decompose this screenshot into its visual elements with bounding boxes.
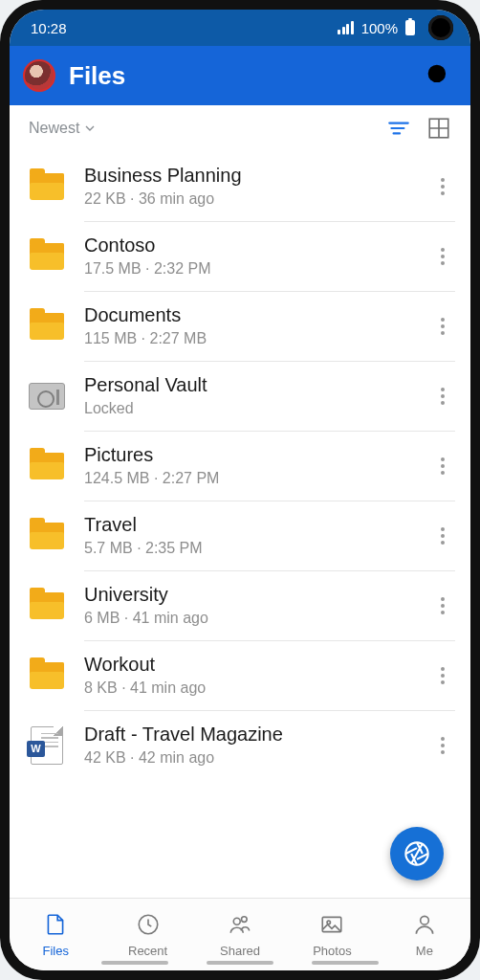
file-text: Personal VaultLocked xyxy=(84,374,413,417)
file-row[interactable]: Pictures124.5 MB · 2:27 PM xyxy=(10,431,470,501)
filter-icon[interactable] xyxy=(386,116,411,141)
more-button[interactable] xyxy=(430,591,455,620)
file-type-icon xyxy=(27,243,67,270)
file-text: Contoso17.5 MB · 2:32 PM xyxy=(84,234,413,278)
file-row[interactable]: Travel5.7 MB · 2:35 PM xyxy=(10,501,470,570)
file-text: Workout8 KB · 41 min ago xyxy=(84,654,413,697)
app-bar: Files xyxy=(10,46,470,105)
file-row[interactable]: Personal VaultLocked xyxy=(10,361,470,431)
file-row[interactable]: Contoso17.5 MB · 2:32 PM xyxy=(10,221,470,291)
nav-label: Shared xyxy=(220,944,260,958)
status-bar: 10:28 100% xyxy=(10,10,470,46)
sort-button[interactable]: Newest xyxy=(29,120,95,137)
nav-item-files[interactable]: Files xyxy=(10,899,101,970)
screen: 10:28 100% Files Newest xyxy=(10,10,470,970)
front-camera xyxy=(428,15,453,40)
battery-percent: 100% xyxy=(361,20,398,36)
folder-icon xyxy=(30,662,64,689)
photos-icon xyxy=(319,912,344,940)
file-text: University6 MB · 41 min ago xyxy=(84,584,413,627)
list-toolbar: Newest xyxy=(10,105,470,151)
status-right: 100% xyxy=(338,15,453,40)
word-doc-icon xyxy=(31,726,63,765)
nav-label: Photos xyxy=(313,944,351,958)
file-name: Travel xyxy=(84,514,413,536)
nav-label: Files xyxy=(42,944,68,958)
folder-icon xyxy=(30,173,64,200)
file-meta: 6 MB · 41 min ago xyxy=(84,610,413,627)
more-button[interactable] xyxy=(430,382,455,411)
nav-item-photos[interactable]: Photos xyxy=(286,899,378,970)
recent-icon xyxy=(136,912,161,940)
search-icon xyxy=(423,59,455,92)
file-row[interactable]: Business Planning22 KB · 36 min ago xyxy=(10,151,470,221)
more-button[interactable] xyxy=(430,242,455,271)
file-meta: 115 MB · 2:27 MB xyxy=(84,330,413,347)
home-indicator xyxy=(10,961,470,965)
file-text: Documents115 MB · 2:27 MB xyxy=(84,304,413,347)
file-text: Business Planning22 KB · 36 min ago xyxy=(84,165,413,208)
battery-icon xyxy=(405,20,415,35)
nav-item-recent[interactable]: Recent xyxy=(101,899,193,970)
file-list[interactable]: Business Planning22 KB · 36 min agoConto… xyxy=(10,151,470,898)
file-meta: 124.5 MB · 2:27 PM xyxy=(84,470,413,487)
grid-view-icon[interactable] xyxy=(426,116,451,141)
file-type-icon xyxy=(27,173,67,200)
me-icon xyxy=(412,912,437,940)
add-button[interactable] xyxy=(377,59,409,92)
file-meta: 42 KB · 42 min ago xyxy=(84,749,413,767)
chevron-down-icon xyxy=(85,123,95,133)
scan-fab[interactable] xyxy=(390,827,444,880)
file-text: Travel5.7 MB · 2:35 PM xyxy=(84,514,413,557)
file-type-icon xyxy=(27,313,67,340)
file-meta: 8 KB · 41 min ago xyxy=(84,679,413,697)
more-button[interactable] xyxy=(430,172,455,201)
file-meta: 5.7 MB · 2:35 PM xyxy=(84,540,413,557)
sort-label: Newest xyxy=(29,120,79,137)
device-frame: 10:28 100% Files Newest xyxy=(0,0,480,980)
svg-point-0 xyxy=(428,65,446,82)
file-name: University xyxy=(84,584,413,606)
more-button[interactable] xyxy=(430,312,455,341)
signal-icon xyxy=(338,21,354,34)
folder-icon xyxy=(30,453,64,479)
more-button[interactable] xyxy=(430,522,455,550)
bottom-nav: FilesRecentSharedPhotosMe xyxy=(10,898,470,970)
file-name: Draft - Travel Magazine xyxy=(84,724,413,746)
nav-item-me[interactable]: Me xyxy=(379,899,470,970)
page-title: Files xyxy=(69,61,363,91)
shared-icon xyxy=(228,912,252,940)
file-name: Personal Vault xyxy=(84,374,413,396)
folder-icon xyxy=(30,243,64,270)
files-icon xyxy=(43,912,68,940)
avatar[interactable] xyxy=(23,59,55,92)
nav-label: Me xyxy=(416,944,433,958)
plus-icon xyxy=(377,59,409,92)
nav-item-shared[interactable]: Shared xyxy=(194,899,286,970)
svg-point-4 xyxy=(233,918,240,924)
file-meta: 22 KB · 36 min ago xyxy=(84,190,413,208)
more-button[interactable] xyxy=(430,452,455,480)
file-name: Workout xyxy=(84,654,413,676)
nav-label: Recent xyxy=(128,944,167,958)
file-row[interactable]: Documents115 MB · 2:27 MB xyxy=(10,291,470,361)
folder-icon xyxy=(30,313,64,340)
search-button[interactable] xyxy=(423,59,455,92)
more-button[interactable] xyxy=(430,661,455,690)
folder-icon xyxy=(30,523,64,549)
file-type-icon xyxy=(27,662,67,689)
file-row[interactable]: Draft - Travel Magazine42 KB · 42 min ag… xyxy=(10,710,470,780)
file-type-icon xyxy=(27,523,67,549)
file-row[interactable]: University6 MB · 41 min ago xyxy=(10,570,470,640)
file-name: Business Planning xyxy=(84,165,413,187)
file-name: Pictures xyxy=(84,444,413,466)
svg-point-5 xyxy=(242,916,248,922)
file-row[interactable]: Workout8 KB · 41 min ago xyxy=(10,640,470,710)
file-text: Pictures124.5 MB · 2:27 PM xyxy=(84,444,413,487)
file-type-icon xyxy=(27,592,67,619)
status-time: 10:28 xyxy=(31,20,67,36)
file-type-icon xyxy=(27,726,67,765)
more-button[interactable] xyxy=(430,731,455,760)
file-meta: 17.5 MB · 2:32 PM xyxy=(84,260,413,278)
file-meta: Locked xyxy=(84,400,413,417)
